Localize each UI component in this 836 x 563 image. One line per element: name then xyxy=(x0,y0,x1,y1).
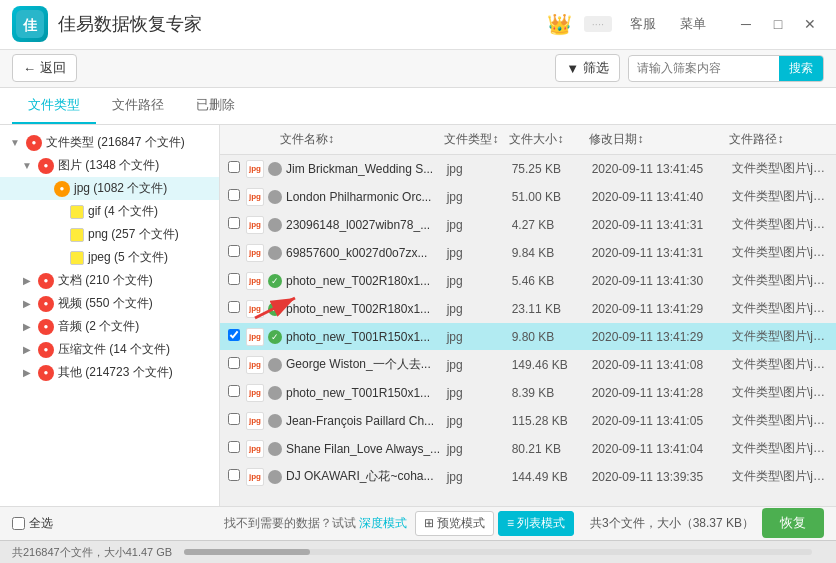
tree-item-compress[interactable]: ▶ ● 压缩文件 (14 个文件) xyxy=(0,338,219,361)
tree-item-file-type[interactable]: ▼ ● 文件类型 (216847 个文件) xyxy=(0,131,219,154)
table-row[interactable]: jpg DJ OKAWARI_心花~coha... jpg 144.49 KB … xyxy=(220,463,836,491)
select-all-checkbox[interactable] xyxy=(12,517,25,530)
tree-item-docs[interactable]: ▶ ● 文档 (210 个文件) xyxy=(0,269,219,292)
tree-item-images[interactable]: ▼ ● 图片 (1348 个文件) xyxy=(0,154,219,177)
tree-item-jpg[interactable]: ● jpg (1082 个文件) xyxy=(0,177,219,200)
type-icon-audio: ● xyxy=(38,319,54,335)
row-checkbox[interactable] xyxy=(228,357,240,369)
file-thumbnail: jpg xyxy=(246,440,264,458)
file-type: jpg xyxy=(447,386,512,400)
tree-item-png[interactable]: png (257 个文件) xyxy=(0,223,219,246)
list-mode-button[interactable]: ≡ 列表模式 xyxy=(498,511,574,536)
header-date-label: 修改日期↕ xyxy=(589,131,643,148)
file-type: jpg xyxy=(447,302,512,316)
back-arrow-icon: ← xyxy=(23,61,36,76)
file-size: 8.39 KB xyxy=(512,386,592,400)
file-size: 144.49 KB xyxy=(512,470,592,484)
tree-item-video[interactable]: ▶ ● 视频 (550 个文件) xyxy=(0,292,219,315)
tab-file-path[interactable]: 文件路径 xyxy=(96,88,180,124)
deep-mode-link[interactable]: 深度模式 xyxy=(359,516,407,530)
row-checkbox-cell xyxy=(228,469,246,484)
filter-button[interactable]: ▼ 筛选 xyxy=(555,54,620,82)
table-row[interactable]: jpg 23096148_l0027wibn78_... jpg 4.27 KB… xyxy=(220,211,836,239)
row-checkbox-cell xyxy=(228,189,246,204)
maximize-button[interactable]: □ xyxy=(764,10,792,38)
row-checkbox-cell xyxy=(228,273,246,288)
table-row[interactable]: jpg Jean-François Paillard Ch... jpg 115… xyxy=(220,407,836,435)
type-icon-video: ● xyxy=(38,296,54,312)
file-name: photo_new_T001R150x1... xyxy=(286,330,447,344)
table-row[interactable]: jpg photo_new_T001R150x1... jpg 8.39 KB … xyxy=(220,379,836,407)
status-indicator xyxy=(268,442,282,456)
status-indicator xyxy=(268,414,282,428)
row-checkbox[interactable] xyxy=(228,329,240,341)
row-checkbox[interactable] xyxy=(228,273,240,285)
row-checkbox-cell xyxy=(228,441,246,456)
file-date: 2020-09-11 13:41:29 xyxy=(592,302,732,316)
header-name[interactable]: 文件名称↕ xyxy=(280,131,444,148)
table-row[interactable]: jpg Jim Brickman_Wedding S... jpg 75.25 … xyxy=(220,155,836,183)
row-checkbox[interactable] xyxy=(228,385,240,397)
tree-item-jpeg[interactable]: jpeg (5 个文件) xyxy=(0,246,219,269)
back-label: 返回 xyxy=(40,59,66,77)
back-button[interactable]: ← 返回 xyxy=(12,54,77,82)
header-type[interactable]: 文件类型↕ xyxy=(444,131,509,148)
recover-button[interactable]: 恢复 xyxy=(762,508,824,538)
file-thumbnail: jpg xyxy=(246,300,264,318)
file-path: 文件类型\图片\jpg\ xyxy=(732,356,828,373)
tree-item-other[interactable]: ▶ ● 其他 (214723 个文件) xyxy=(0,361,219,384)
file-name: 23096148_l0027wibn78_... xyxy=(286,218,447,232)
menu-button[interactable]: 菜单 xyxy=(674,13,712,35)
table-row[interactable]: jpg ✓ photo_new_T001R150x1... jpg 9.80 K… xyxy=(220,323,836,351)
table-row[interactable]: jpg George Wiston_一个人去... jpg 149.46 KB … xyxy=(220,351,836,379)
scrollbar-thumb[interactable] xyxy=(184,549,310,555)
table-row[interactable]: jpg 69857600_k0027d0o7zx... jpg 9.84 KB … xyxy=(220,239,836,267)
row-checkbox[interactable] xyxy=(228,217,240,229)
view-buttons: ⊞ 预览模式 ≡ 列表模式 xyxy=(415,511,574,536)
row-checkbox[interactable] xyxy=(228,301,240,313)
file-size: 4.27 KB xyxy=(512,218,592,232)
window-controls: ─ □ ✕ xyxy=(732,10,824,38)
toggle-icon: ▶ xyxy=(20,298,34,309)
tree-label: 文件类型 (216847 个文件) xyxy=(46,134,211,151)
file-name: photo_new_T001R150x1... xyxy=(286,386,447,400)
header-size[interactable]: 文件大小↕ xyxy=(509,131,589,148)
search-input[interactable] xyxy=(629,57,779,79)
row-checkbox[interactable] xyxy=(228,161,240,173)
type-icon-images: ● xyxy=(38,158,54,174)
status-bar: 共216847个文件，大小41.47 GB xyxy=(0,540,836,563)
tree-item-audio[interactable]: ▶ ● 音频 (2 个文件) xyxy=(0,315,219,338)
row-checkbox-cell xyxy=(228,217,246,232)
file-size: 80.21 KB xyxy=(512,442,592,456)
search-button[interactable]: 搜索 xyxy=(779,56,823,81)
row-checkbox[interactable] xyxy=(228,441,240,453)
customer-service-button[interactable]: 客服 xyxy=(624,13,662,35)
minimize-button[interactable]: ─ xyxy=(732,10,760,38)
row-checkbox[interactable] xyxy=(228,245,240,257)
title-left: 佳 佳易数据恢复专家 xyxy=(12,6,202,42)
tree-label-jpg: jpg (1082 个文件) xyxy=(74,180,211,197)
table-row[interactable]: jpg ✓ photo_new_T002R180x1... jpg 23.11 … xyxy=(220,295,836,323)
table-row[interactable]: jpg ✓ photo_new_T002R180x1... jpg 5.46 K… xyxy=(220,267,836,295)
row-checkbox[interactable] xyxy=(228,413,240,425)
close-button[interactable]: ✕ xyxy=(796,10,824,38)
table-row[interactable]: jpg Shane Filan_Love Always_... jpg 80.2… xyxy=(220,435,836,463)
row-checkbox-cell xyxy=(228,161,246,176)
preview-mode-button[interactable]: ⊞ 预览模式 xyxy=(415,511,494,536)
row-checkbox-cell xyxy=(228,329,246,344)
row-checkbox[interactable] xyxy=(228,189,240,201)
select-all-label[interactable]: 全选 xyxy=(12,515,53,532)
row-checkbox[interactable] xyxy=(228,469,240,481)
file-thumbnail: jpg xyxy=(246,384,264,402)
tab-file-type[interactable]: 文件类型 xyxy=(12,88,96,124)
header-path[interactable]: 文件路径↕ xyxy=(729,131,828,148)
tree-label-other: 其他 (214723 个文件) xyxy=(58,364,211,381)
tree-item-gif[interactable]: gif (4 个文件) xyxy=(0,200,219,223)
header-date[interactable]: 修改日期↕ xyxy=(589,131,729,148)
file-table-header: 文件名称↕ 文件类型↕ 文件大小↕ 修改日期↕ 文件路径↕ xyxy=(220,125,836,155)
table-row[interactable]: jpg London Philharmonic Orc... jpg 51.00… xyxy=(220,183,836,211)
tab-deleted[interactable]: 已删除 xyxy=(180,88,251,124)
file-thumbnail: jpg xyxy=(246,160,264,178)
status-indicator: ✓ xyxy=(268,274,282,288)
scrollbar-track[interactable] xyxy=(184,549,812,555)
